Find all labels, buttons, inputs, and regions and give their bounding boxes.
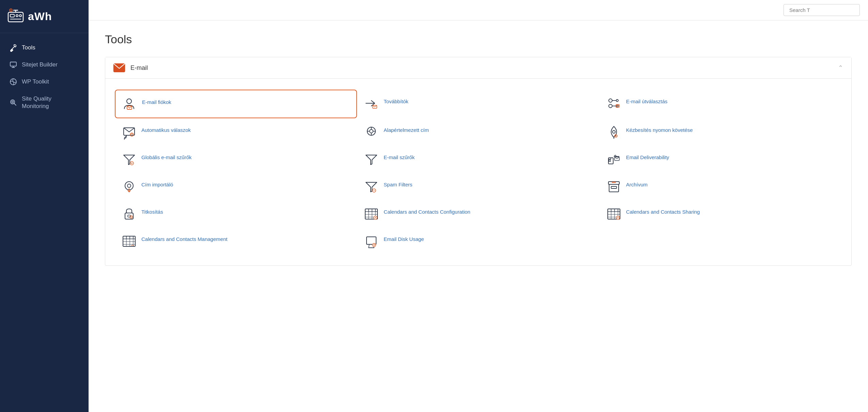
tool-label-archive: Archívum xyxy=(626,179,648,188)
search-circle-icon xyxy=(10,99,17,106)
tool-label-cal-contacts-config: Calendars and Contacts Configuration xyxy=(384,206,470,215)
cal-contacts-sharing-icon xyxy=(606,206,621,221)
tool-item-email-filters[interactable]: E-mail szűrők xyxy=(357,146,599,173)
page-title: Tools xyxy=(105,33,852,46)
sidebar-item-sitejet[interactable]: Sitejet Builder xyxy=(0,56,89,73)
tool-label-email-deliverability: Email Deliverability xyxy=(626,152,669,161)
sidebar-item-sitequality[interactable]: Site Quality Monitoring xyxy=(0,90,89,115)
svg-line-12 xyxy=(14,104,16,106)
sidebar-item-wptoolkit[interactable]: WP Toolkit xyxy=(0,73,89,90)
svg-rect-1 xyxy=(10,14,14,17)
tool-label-cal-contacts-mgmt: Calendars and Contacts Management xyxy=(141,233,228,243)
svg-point-29 xyxy=(370,129,373,133)
tool-label-email-routing: E-mail útválasztás xyxy=(626,96,668,105)
global-filters-icon xyxy=(122,152,137,167)
email-section-body: E-mail fiókok Továbbítók xyxy=(105,79,851,265)
archive-icon xyxy=(606,179,621,194)
main-content: Tools E-mail ⌃ xyxy=(89,0,868,412)
svg-rect-52 xyxy=(611,186,617,188)
svg-rect-43 xyxy=(609,160,610,162)
tool-label-email-disk: Email Disk Usage xyxy=(384,233,424,243)
search-input[interactable] xyxy=(784,4,860,16)
wrench-icon xyxy=(10,44,17,51)
tool-item-encryption[interactable]: Titkosítás xyxy=(115,200,357,227)
forwarders-icon xyxy=(364,96,379,111)
tool-item-spam-filters[interactable]: Spam Filters xyxy=(357,173,599,200)
autoresponders-icon xyxy=(122,124,137,139)
sidebar-item-tools-label: Tools xyxy=(22,44,35,51)
tool-item-email-routing[interactable]: E-mail útválasztás xyxy=(600,90,842,118)
email-disk-icon xyxy=(364,233,379,248)
encryption-icon xyxy=(122,206,137,221)
sidebar-item-wptoolkit-label: WP Toolkit xyxy=(22,78,49,85)
tool-label-forwarders: Továbbítók xyxy=(384,96,408,105)
tool-item-autoresponders[interactable]: Automatikus válaszok xyxy=(115,118,357,146)
logo-area: aWh xyxy=(0,0,89,33)
spam-filters-icon xyxy=(364,179,379,194)
tool-label-encryption: Titkosítás xyxy=(141,206,163,215)
tool-label-cal-contacts-sharing: Calendars and Contacts Sharing xyxy=(626,206,700,215)
svg-rect-51 xyxy=(609,184,619,192)
email-section-icon xyxy=(113,63,125,72)
svg-point-3 xyxy=(19,15,21,17)
tool-label-autoresponders: Automatikus válaszok xyxy=(141,124,191,134)
sidebar: aWh Tools Sitejet Builder xyxy=(0,0,89,412)
address-import-icon xyxy=(122,179,137,194)
tool-item-cal-contacts-mgmt[interactable]: Calendars and Contacts Management xyxy=(115,227,357,255)
tool-label-email-accounts: E-mail fiókok xyxy=(142,96,171,106)
tool-label-address-import: Cím importáló xyxy=(141,179,173,188)
logo-icon xyxy=(7,7,25,25)
svg-rect-7 xyxy=(10,62,16,66)
svg-point-47 xyxy=(127,184,131,187)
monitor-icon xyxy=(10,61,17,68)
svg-point-81 xyxy=(616,216,620,219)
svg-rect-53 xyxy=(612,182,616,183)
svg-point-23 xyxy=(616,100,618,102)
svg-point-6 xyxy=(11,10,12,11)
svg-point-19 xyxy=(609,99,612,102)
email-accounts-icon xyxy=(122,96,137,111)
tool-label-global-filters: Globális e-mail szűrők xyxy=(141,152,192,161)
section-header-left: E-mail xyxy=(113,63,148,72)
svg-point-20 xyxy=(609,104,612,108)
email-section: E-mail ⌃ E-mail fiókok xyxy=(105,57,852,266)
svg-point-13 xyxy=(12,101,14,103)
topbar xyxy=(89,0,868,20)
sidebar-item-sitequality-label: Site Quality Monitoring xyxy=(22,95,79,110)
content-area: Tools E-mail ⌃ xyxy=(89,20,868,412)
tool-label-delivery-tracking: Kézbesítés nyomon követése xyxy=(626,124,693,134)
tool-item-archive[interactable]: Archívum xyxy=(600,173,842,200)
tool-item-email-disk[interactable]: Email Disk Usage xyxy=(357,227,599,255)
logo-text: aWh xyxy=(28,10,52,23)
tool-item-cal-contacts-config[interactable]: Calendars and Contacts Configuration xyxy=(357,200,599,227)
svg-point-2 xyxy=(16,15,18,17)
default-address-icon xyxy=(364,124,379,139)
tool-item-forwarders[interactable]: Továbbítók xyxy=(357,90,599,118)
tool-item-delivery-tracking[interactable]: Kézbesítés nyomon követése xyxy=(600,118,842,146)
tool-item-email-accounts[interactable]: E-mail fiókok xyxy=(115,90,357,118)
wordpress-icon xyxy=(10,78,17,86)
email-section-header: E-mail ⌃ xyxy=(105,57,851,79)
svg-point-34 xyxy=(613,131,615,133)
sidebar-navigation: Tools Sitejet Builder WP Toolkit xyxy=(0,33,89,121)
tool-item-default-address[interactable]: Alapértelmezett cím xyxy=(357,118,599,146)
email-section-title: E-mail xyxy=(130,64,148,72)
tool-label-default-address: Alapértelmezett cím xyxy=(384,124,429,134)
section-collapse-button[interactable]: ⌃ xyxy=(838,64,843,72)
tool-item-email-deliverability[interactable]: Email Deliverability xyxy=(600,146,842,173)
tool-label-spam-filters: Spam Filters xyxy=(384,179,412,188)
svg-point-15 xyxy=(127,99,131,104)
svg-point-57 xyxy=(131,217,132,218)
tool-label-email-filters: E-mail szűrők xyxy=(384,152,415,161)
tool-item-address-import[interactable]: Cím importáló xyxy=(115,173,357,200)
email-filters-icon xyxy=(364,152,379,167)
sidebar-item-sitejet-label: Sitejet Builder xyxy=(22,61,58,68)
email-deliverability-icon xyxy=(606,152,621,167)
cal-contacts-config-icon xyxy=(364,206,379,221)
tool-item-global-filters[interactable]: Globális e-mail szűrők xyxy=(115,146,357,173)
sidebar-item-tools[interactable]: Tools xyxy=(0,39,89,56)
tool-item-cal-contacts-sharing[interactable]: Calendars and Contacts Sharing xyxy=(600,200,842,227)
delivery-tracking-icon xyxy=(606,124,621,139)
email-routing-icon xyxy=(606,96,621,111)
cal-contacts-mgmt-icon xyxy=(122,233,137,248)
